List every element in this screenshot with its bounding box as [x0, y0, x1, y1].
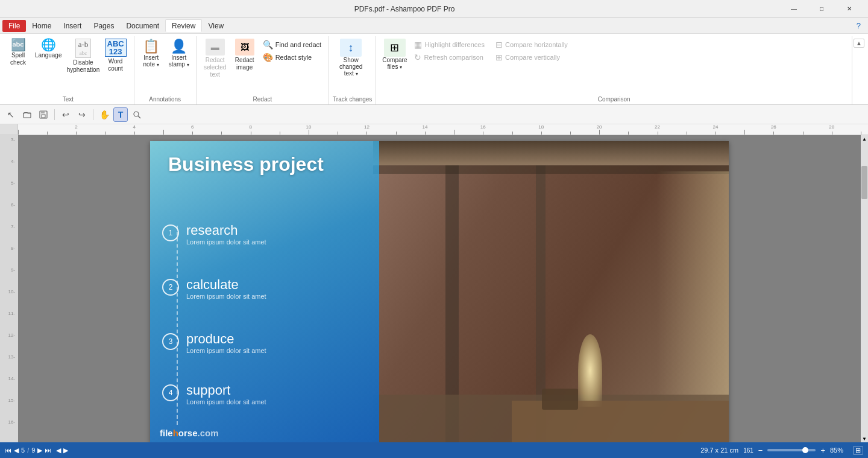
page-num-13-: 13-: [8, 355, 17, 360]
menu-insert[interactable]: Insert: [57, 20, 87, 32]
compare-vertically-button[interactable]: ⊞ Compare vertically: [492, 51, 571, 63]
insert-stamp-button[interactable]: 👤 Insertstamp ▾: [166, 36, 192, 70]
ribbon-group-redact-items: ▬ Redactselected text 🖼 Redactimage 🔍 Fi…: [200, 36, 325, 94]
refresh-comparison-button[interactable]: ↻ Refresh comparison: [410, 51, 488, 63]
svg-rect-3: [42, 115, 45, 118]
minimize-button[interactable]: —: [780, 0, 808, 18]
page-num-8-: 8-: [11, 246, 17, 251]
business-title: Business project: [168, 153, 324, 176]
lamp-element: [578, 334, 602, 407]
document-canvas[interactable]: Business project 1 research Lorem ipsum …: [18, 135, 861, 442]
step-4: 4 support Lorem ipsum dolor sit amet: [162, 383, 266, 406]
toolbar-sep-1: [54, 109, 55, 120]
scroll-up-button[interactable]: ▲: [861, 135, 868, 142]
step-1-sub: Lorem ipsum dolor sit amet: [186, 238, 266, 246]
close-button[interactable]: ✕: [835, 0, 863, 18]
step-2-circle: 2: [162, 279, 179, 296]
compare-horizontally-button[interactable]: ⊟ Compare horizontally: [492, 39, 571, 51]
menu-pages[interactable]: Pages: [87, 20, 120, 32]
zoom-in-status-button[interactable]: +: [820, 446, 825, 455]
document-page: Business project 1 research Lorem ipsum …: [150, 141, 729, 442]
save-icon: [39, 110, 48, 119]
redact-style-button[interactable]: 🎨 Redact style: [259, 51, 325, 63]
menu-document[interactable]: Document: [120, 20, 165, 32]
open-icon: [23, 110, 31, 119]
save-file-button[interactable]: [36, 107, 51, 122]
page-num-15-: 15-: [8, 398, 17, 403]
step-3: 3 produce Lorem ipsum dolor sit amet: [162, 331, 266, 354]
ribbon-group-redact: ▬ Redactselected text 🖼 Redactimage 🔍 Fi…: [197, 36, 329, 104]
ribbon-content: 🔤 Spellcheck 🌐 Language a-babc Disablehy…: [0, 34, 868, 104]
step-3-content: produce Lorem ipsum dolor sit amet: [186, 331, 266, 354]
insert-note-label: Insertnote ▾: [143, 54, 159, 68]
spell-check-icon: 🔤: [11, 39, 26, 51]
vertical-scrollbar[interactable]: ▲ ▼: [861, 135, 868, 442]
redact-small-group: 🔍 Find and redact 🎨 Redact style: [259, 36, 325, 63]
redact-selected-text-button[interactable]: ▬ Redactselected text: [200, 36, 230, 81]
fit-page-button[interactable]: ⊞: [853, 446, 863, 455]
page-num-3-: 3-: [11, 138, 17, 142]
spell-check-button[interactable]: 🔤 Spellcheck: [6, 36, 30, 69]
highlight-differences-button[interactable]: ▦ Highlight differences: [410, 39, 488, 51]
zoom-level-label: 161: [743, 447, 753, 454]
page-num-11-: 11-: [8, 311, 17, 316]
text-select-tool-button[interactable]: T: [113, 107, 128, 122]
page-num-12-: 12-: [8, 333, 17, 338]
menu-view[interactable]: View: [202, 20, 230, 32]
maximize-button[interactable]: □: [808, 0, 835, 18]
disable-hyphenation-button[interactable]: a-babc Disablehyphenation: [67, 36, 100, 76]
scroll-down-button[interactable]: ▼: [861, 435, 868, 442]
menu-review[interactable]: Review: [165, 19, 202, 32]
step-4-sub: Lorem ipsum dolor sit amet: [186, 398, 266, 406]
redo-button[interactable]: ↪: [75, 107, 89, 122]
compare-files-button[interactable]: ⊞ Comparefiles ▾: [380, 36, 409, 72]
page-sep: /: [27, 447, 29, 454]
nav-right-button[interactable]: ▶: [63, 447, 68, 454]
spell-check-label: Spellcheck: [10, 52, 26, 66]
pointer-tool-button[interactable]: ↖: [4, 107, 18, 122]
nav-first-button[interactable]: ⏮: [5, 447, 11, 454]
zoom-in-button[interactable]: [130, 107, 144, 122]
language-button[interactable]: 🌐 Language: [31, 36, 66, 62]
scroll-track[interactable]: [861, 142, 868, 435]
refresh-comparison-label: Refresh comparison: [424, 54, 483, 61]
redact-selected-text-label: Redactselected text: [204, 57, 227, 78]
undo-button[interactable]: ↩: [58, 107, 73, 122]
open-file-button[interactable]: [20, 107, 34, 122]
insert-note-icon: 📋: [143, 39, 159, 54]
compare-vertically-label: Compare vertically: [505, 54, 560, 61]
highlight-differences-icon: ▦: [414, 40, 422, 49]
step-1: 1 research Lorem ipsum dolor sit amet: [162, 223, 266, 246]
step-3-heading: produce: [186, 331, 266, 347]
page-num-5-: 5-: [11, 181, 17, 186]
ribbon-group-annotations-items: 📋 Insertnote ▾ 👤 Insertstamp ▾: [138, 36, 192, 94]
step-4-circle: 4: [162, 384, 179, 401]
nav-left-button[interactable]: ◀: [56, 447, 61, 454]
zoom-slider[interactable]: [767, 449, 816, 451]
redact-selected-text-icon: ▬: [206, 39, 225, 56]
show-changed-text-label: Showchanged text ▾: [335, 57, 366, 77]
insert-stamp-icon: 👤: [171, 39, 187, 54]
find-redact-button[interactable]: 🔍 Find and redact: [259, 39, 325, 51]
zoom-out-button[interactable]: −: [758, 446, 763, 455]
ribbon-group-text-items: 🔤 Spellcheck 🌐 Language a-babc Disablehy…: [6, 36, 130, 94]
menu-home[interactable]: Home: [26, 20, 57, 32]
comparison-group-label: Comparison: [380, 94, 848, 104]
disable-hyphenation-icon: a-babc: [75, 39, 92, 58]
show-changed-text-button[interactable]: ↕ Showchanged text ▾: [333, 36, 369, 79]
zoom-slider-thumb: [802, 447, 808, 453]
ribbon-collapse-button[interactable]: ▲: [852, 36, 866, 104]
nav-next-button[interactable]: ▶: [37, 447, 42, 454]
word-count-button[interactable]: ABC123 Wordcount: [101, 36, 130, 75]
page-numbers-sidebar: 3-4-5-6-7-8-9-10-11-12-13-14-15-16-: [0, 135, 18, 442]
redact-image-button[interactable]: 🖼 Redactimage: [231, 36, 258, 74]
help-button[interactable]: ?: [852, 20, 866, 31]
nav-prev-button[interactable]: ◀: [14, 447, 19, 454]
page-num-14-: 14-: [8, 377, 17, 381]
page-dimensions: 29.7 x 21 cm: [700, 447, 738, 454]
nav-last-button[interactable]: ⏭: [45, 447, 51, 454]
scroll-thumb[interactable]: [861, 166, 867, 199]
insert-note-button[interactable]: 📋 Insertnote ▾: [138, 36, 165, 70]
hand-tool-button[interactable]: ✋: [97, 107, 112, 122]
menu-file[interactable]: File: [2, 20, 26, 32]
